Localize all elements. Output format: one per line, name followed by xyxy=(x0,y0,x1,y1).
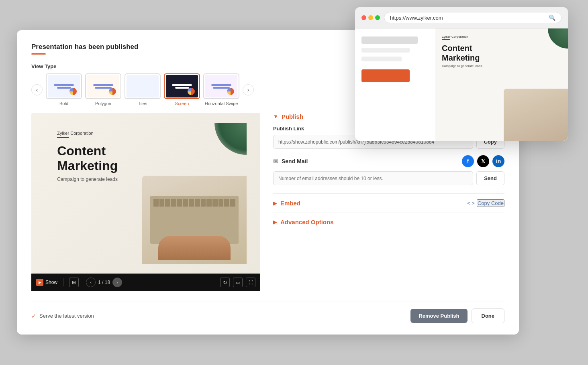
browser-corp-name: Zylker Corporation xyxy=(442,35,561,39)
view-card-swipe[interactable]: Horizontal Swipe xyxy=(203,73,239,106)
ctrl-icon-sq[interactable]: ⊞ xyxy=(69,278,79,287)
view-card-screen-label: Screen xyxy=(164,101,200,106)
slide-nav-text: 1 / 18 xyxy=(98,280,110,285)
embed-toggle[interactable]: ▶ Embed xyxy=(273,200,300,207)
advanced-section-title: Advanced Options xyxy=(280,219,334,225)
browser-cta-bar xyxy=(361,69,410,82)
email-input[interactable] xyxy=(273,171,473,185)
view-card-tiles-label: Tiles xyxy=(125,101,161,106)
slide-preview: Zylker Corporation ContentMarketing Camp… xyxy=(31,113,260,291)
mini-line-p2 xyxy=(95,87,112,89)
copy-code-button[interactable]: Copy Code xyxy=(477,199,504,207)
browser-toolbar: https://www.zylker.com 🔍 xyxy=(355,7,568,28)
minimize-dot xyxy=(368,15,373,20)
mini-line-s1 xyxy=(172,84,192,86)
mini-slide-polygon xyxy=(87,75,119,97)
mini-slide-swipe xyxy=(205,75,237,97)
screen-icon[interactable]: ▭ xyxy=(233,278,243,287)
mini-pie-s xyxy=(188,88,195,95)
slide-title: ContentMarketing xyxy=(57,144,235,173)
mini-pie-p xyxy=(109,88,116,95)
mail-icon: ✉ xyxy=(273,158,278,165)
view-card-swipe-label: Horizontal Swipe xyxy=(203,101,239,106)
browser-slide-preview: Zylker Corporation ContentMarketing Camp… xyxy=(435,28,568,141)
carousel-next-button[interactable]: › xyxy=(243,84,254,95)
browser-right-panel: Zylker Corporation ContentMarketing Camp… xyxy=(435,28,568,141)
send-button[interactable]: Send xyxy=(476,171,504,185)
key xyxy=(206,199,212,207)
hands-mock xyxy=(158,236,231,260)
slide-image: Zylker Corporation ContentMarketing Camp… xyxy=(31,113,260,274)
embed-toggle-arrow: ▶ xyxy=(273,200,277,206)
fullscreen-icon[interactable]: ⛶ xyxy=(246,278,255,287)
key xyxy=(165,199,170,207)
key xyxy=(195,199,200,207)
prev-slide-button[interactable]: ‹ xyxy=(86,278,96,287)
advanced-toggle[interactable]: ▶ Advanced Options xyxy=(273,219,334,225)
laptop-area xyxy=(142,176,247,264)
key xyxy=(212,199,218,207)
view-card-tiles[interactable]: Tiles xyxy=(125,73,161,106)
mini-pie-sw xyxy=(227,88,234,95)
ctrl-icons-right: ↻ ▭ ⛶ xyxy=(220,278,255,287)
view-card-polygon-label: Polygon xyxy=(85,101,121,106)
mini-line-1 xyxy=(54,84,74,86)
view-card-tiles-inner xyxy=(125,73,161,99)
publish-toggle-arrow: ▼ xyxy=(273,114,278,120)
social-icons: f 𝕏 in xyxy=(462,155,504,167)
loop-icon[interactable]: ↻ xyxy=(220,278,230,287)
check-icon: ✓ xyxy=(31,313,36,319)
send-mail-row: ✉ Send Mail f 𝕏 in xyxy=(273,155,504,167)
email-row: Send xyxy=(273,171,504,185)
remove-publish-button[interactable]: Remove Publish xyxy=(410,309,467,323)
mini-slide-bold xyxy=(48,75,80,97)
ctrl-nav: ‹ 1 / 18 › xyxy=(86,278,122,287)
linkedin-icon[interactable]: in xyxy=(492,155,504,167)
show-button[interactable]: ▶ Show xyxy=(36,279,57,286)
key xyxy=(189,199,194,207)
view-card-bold[interactable]: Bold xyxy=(46,73,82,106)
browser-placeholder-bar-3 xyxy=(361,57,402,61)
view-card-screen[interactable]: Screen xyxy=(164,73,200,106)
slide-frame: Zylker Corporation ContentMarketing Camp… xyxy=(31,113,260,274)
view-card-bold-label: Bold xyxy=(46,101,82,106)
mini-slide-tiles xyxy=(127,75,159,97)
facebook-icon[interactable]: f xyxy=(462,155,474,167)
mini-line-s2 xyxy=(175,87,189,89)
mini-line-sw1 xyxy=(211,84,231,86)
ctrl-divider xyxy=(63,278,63,286)
view-card-screen-inner xyxy=(164,73,200,99)
code-brackets: < > xyxy=(467,200,475,206)
key xyxy=(201,199,206,207)
bottom-row: ✓ Serve the latest version Remove Publis… xyxy=(31,302,504,323)
slide-content: Zylker Corporation ContentMarketing Camp… xyxy=(45,123,247,264)
mini-pie xyxy=(69,88,77,95)
view-card-swipe-inner xyxy=(203,73,239,99)
key xyxy=(224,199,229,207)
search-icon: 🔍 xyxy=(549,14,555,21)
publish-section-title: Publish xyxy=(282,113,303,120)
done-button[interactable]: Done xyxy=(472,308,505,323)
key xyxy=(153,199,159,207)
divider-2 xyxy=(273,213,504,213)
show-label: Show xyxy=(45,280,57,285)
mini-line-2 xyxy=(57,87,71,89)
advanced-toggle-arrow: ▶ xyxy=(273,219,277,225)
view-card-polygon[interactable]: Polygon xyxy=(85,73,121,106)
key xyxy=(171,199,176,207)
browser-placeholder-bar-2 xyxy=(361,48,410,53)
key xyxy=(218,199,224,207)
browser-content: Zylker Corporation ContentMarketing Camp… xyxy=(355,28,568,141)
carousel-prev-button[interactable]: ‹ xyxy=(31,84,43,95)
slide-controls: ▶ Show ⊞ ‹ 1 / 18 › ↻ ▭ ⛶ xyxy=(31,274,260,291)
key xyxy=(177,199,182,207)
advanced-section: ▶ Advanced Options xyxy=(273,219,504,225)
view-cards: Bold Polygon xyxy=(46,73,239,106)
twitter-x-icon[interactable]: 𝕏 xyxy=(477,155,489,167)
next-slide-button[interactable]: › xyxy=(112,278,122,287)
mini-slide-screen xyxy=(166,75,198,97)
serve-latest-label: Serve the latest version xyxy=(39,313,94,319)
url-bar[interactable]: https://www.zylker.com 🔍 xyxy=(384,12,561,23)
send-mail-label: Send Mail xyxy=(282,158,459,164)
browser-slide-subtitle: Campaign to generate leads xyxy=(442,64,561,68)
